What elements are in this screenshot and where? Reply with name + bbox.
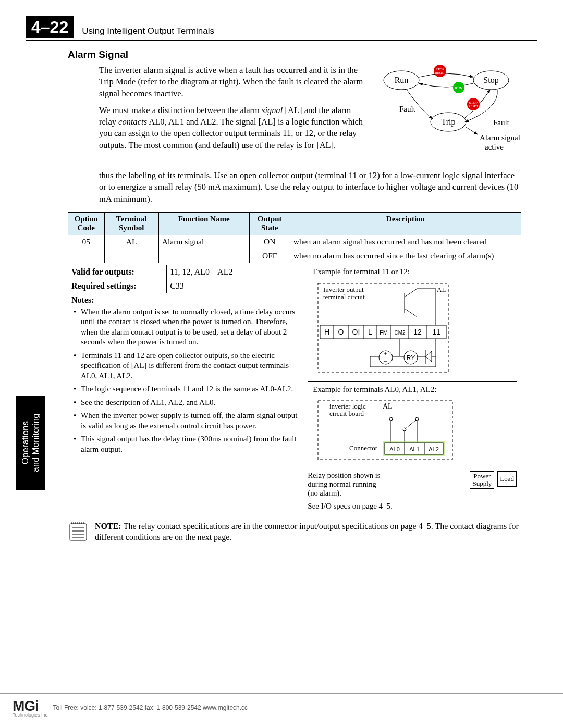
svg-text:12: 12: [414, 328, 422, 336]
svg-text:Fault: Fault: [399, 105, 416, 113]
valid-outputs-label: Valid for outputs:: [68, 265, 167, 279]
th-description: Description: [290, 212, 521, 235]
side-tab-line2: and Monitoring: [30, 414, 40, 472]
page-footer: MGi Technologies Inc. Toll Free: voice: …: [0, 693, 563, 718]
svg-text:Inverter output: Inverter output: [323, 286, 364, 293]
svg-line-69: [405, 420, 416, 429]
paragraph-1: The inverter alarm signal is active when…: [99, 65, 366, 100]
td-state-off: OFF: [249, 249, 290, 263]
svg-text:Alarm signal: Alarm signal: [480, 133, 520, 142]
td-desc-off: when no alarm has occurred since the las…: [290, 249, 521, 263]
svg-text:AL0: AL0: [390, 446, 400, 452]
svg-text:RESET: RESET: [435, 71, 445, 75]
load-label: Load: [497, 471, 517, 487]
note-item: When the inverter power supply is turned…: [72, 411, 299, 431]
svg-text:Run: Run: [395, 76, 409, 84]
svg-text:circuit board: circuit board: [329, 410, 364, 417]
th-output-state: Output State: [249, 212, 290, 235]
th-function-name: Function Name: [158, 212, 249, 235]
th-terminal-symbol: Terminal Symbol: [104, 212, 158, 235]
relay-note-l3: (no alarm).: [308, 489, 467, 498]
td-desc-on: when an alarm signal has occurred and ha…: [290, 235, 521, 249]
required-settings-value: C33: [167, 279, 303, 293]
io-spec-ref: See I/O specs on page 4–5.: [308, 502, 517, 511]
svg-text:11: 11: [433, 328, 441, 336]
svg-text:–: –: [383, 357, 387, 364]
td-state-on: ON: [249, 235, 290, 249]
circuits-column: Example for terminal 11 or 12: Inverter …: [303, 265, 521, 513]
td-symbol: AL: [104, 235, 158, 263]
footer-contact: Toll Free: voice: 1-877-539-2542 fax: 1-…: [53, 704, 248, 711]
notepad-icon: [68, 521, 89, 545]
note-item: This signal output has the delay time (3…: [72, 434, 299, 454]
paragraph-2-partial: We must make a distinction between the a…: [99, 105, 366, 151]
svg-text:O: O: [338, 328, 344, 336]
svg-text:Trip: Trip: [442, 117, 456, 127]
chapter-heading: Using Intelligent Output Terminals: [82, 26, 214, 38]
example1-title: Example for terminal 11 or 12:: [308, 267, 517, 276]
note-item: Terminals 11 and 12 are open collector o…: [72, 351, 299, 381]
svg-text:AL2: AL2: [429, 446, 439, 452]
svg-text:RESET: RESET: [469, 105, 479, 108]
note-item: See the description of AL1, AL2, and AL0…: [72, 398, 299, 408]
notes-label: Notes:: [68, 293, 303, 307]
svg-text:AL1: AL1: [410, 446, 420, 452]
page-number: 4–22: [26, 16, 74, 38]
example2-title: Example for terminals AL0, AL1, AL2:: [308, 385, 517, 394]
page-header: 4–22 Using Intelligent Output Terminals: [26, 16, 537, 41]
footer-logo-sub: Technologies Inc.: [13, 712, 49, 718]
th-option-code: Option Code: [68, 212, 105, 235]
supply-label: Supply: [472, 480, 492, 487]
svg-text:Connector: Connector: [349, 444, 378, 452]
svg-text:RUN: RUN: [455, 86, 463, 90]
note-item: When the alarm output is set to normally…: [72, 307, 299, 348]
svg-text:RY: RY: [407, 354, 415, 362]
circuit-1-svg: Inverter output terminal circuit AL: [308, 278, 459, 377]
svg-point-66: [389, 417, 393, 421]
td-code: 05: [68, 235, 105, 263]
svg-rect-81: [70, 524, 87, 540]
power-label: Power: [472, 473, 492, 480]
svg-text:+: +: [384, 350, 387, 357]
svg-text:CM2: CM2: [395, 330, 406, 336]
state-diagram: Run Stop Trip STOPRESET RUN STOPRESET Fa…: [375, 65, 521, 171]
side-tab-line1: Operations: [20, 421, 30, 464]
note-block-text: NOTE: The relay contact specifications a…: [95, 521, 521, 545]
svg-text:FM: FM: [380, 329, 388, 336]
notes-column: Valid for outputs:11, 12, AL0 – AL2 Requ…: [68, 265, 303, 513]
svg-text:STOP: STOP: [469, 101, 478, 105]
valid-outputs-value: 11, 12, AL0 – AL2: [167, 265, 303, 279]
svg-text:terminal circuit: terminal circuit: [323, 293, 365, 301]
svg-text:STOP: STOP: [436, 67, 445, 71]
svg-text:inverter logic: inverter logic: [329, 402, 366, 410]
svg-line-24: [405, 309, 417, 317]
svg-text:Stop: Stop: [483, 76, 498, 85]
svg-text:OI: OI: [352, 328, 360, 336]
relay-note-l2: during normal running: [308, 480, 467, 489]
svg-line-23: [405, 289, 417, 297]
svg-text:AL: AL: [383, 402, 393, 410]
required-settings-label: Required settings:: [68, 279, 167, 293]
svg-text:active: active: [485, 143, 504, 151]
note-item: The logic sequence of terminals 11 and 1…: [72, 384, 299, 394]
svg-text:Fault: Fault: [493, 118, 510, 127]
td-fn: Alarm signal: [158, 235, 249, 263]
svg-marker-59: [425, 351, 432, 362]
relay-note-l1: Relay position shown is: [308, 471, 467, 480]
intro-text: The inverter alarm signal is active when…: [99, 65, 366, 171]
svg-text:H: H: [324, 328, 329, 336]
svg-text:AL: AL: [437, 286, 446, 293]
definition-table: Option Code Terminal Symbol Function Nam…: [68, 212, 521, 263]
section-title: Alarm Signal: [68, 49, 521, 60]
side-tab: Operations and Monitoring: [16, 396, 45, 490]
svg-text:L: L: [368, 328, 372, 336]
circuit-2-svg: inverter logic circuit board AL AL0: [308, 396, 459, 469]
